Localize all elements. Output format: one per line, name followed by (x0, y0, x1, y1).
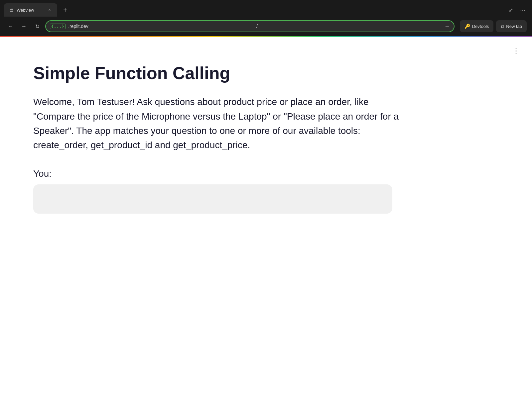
tab-title: Webview (17, 8, 44, 13)
page-content: ⋮ Simple Function Calling Welcome, Tom T… (0, 37, 532, 397)
address-bar: ← → ↻ {...} .replit.dev / → 🔑 Devtools ⧉… (0, 17, 532, 36)
address-input[interactable]: {...} .replit.dev / → (45, 20, 455, 32)
address-domain: .replit.dev (68, 24, 254, 29)
tab-bar: 🖥 Webview × + ⤢ ⋯ (0, 0, 532, 17)
new-tab-toolbar-button[interactable]: ⧉ New tab (496, 20, 527, 32)
new-tab-label: New tab (506, 24, 522, 29)
toolbar-buttons: 🔑 Devtools ⧉ New tab (460, 20, 527, 32)
reload-button[interactable]: ↻ (32, 21, 43, 32)
new-tab-icon: ⧉ (501, 24, 504, 29)
page-description: Welcome, Tom Testuser! Ask questions abo… (33, 95, 399, 152)
you-label: You: (33, 168, 499, 179)
monitor-icon: 🖥 (9, 7, 14, 13)
page-menu-button[interactable]: ⋮ (512, 47, 520, 55)
window-menu-button[interactable]: ⋯ (517, 5, 528, 15)
chat-input[interactable] (33, 184, 392, 214)
tab-close-button[interactable]: × (47, 7, 53, 13)
address-go-button[interactable]: → (445, 23, 450, 29)
replit-icon: {...} (50, 24, 66, 29)
back-button[interactable]: ← (5, 21, 16, 32)
expand-button[interactable]: ⤢ (505, 5, 516, 15)
devtools-icon: 🔑 (465, 24, 470, 29)
devtools-label: Devtools (472, 24, 489, 29)
page-title: Simple Function Calling (33, 64, 499, 83)
forward-button[interactable]: → (19, 21, 29, 32)
browser-chrome: 🖥 Webview × + ⤢ ⋯ ← → ↻ {...} .replit.de… (0, 0, 532, 37)
address-path: / (256, 24, 442, 29)
active-tab[interactable]: 🖥 Webview × (4, 3, 57, 17)
window-controls: ⤢ ⋯ (505, 5, 528, 15)
new-tab-button[interactable]: + (60, 5, 70, 15)
devtools-button[interactable]: 🔑 Devtools (460, 20, 494, 32)
